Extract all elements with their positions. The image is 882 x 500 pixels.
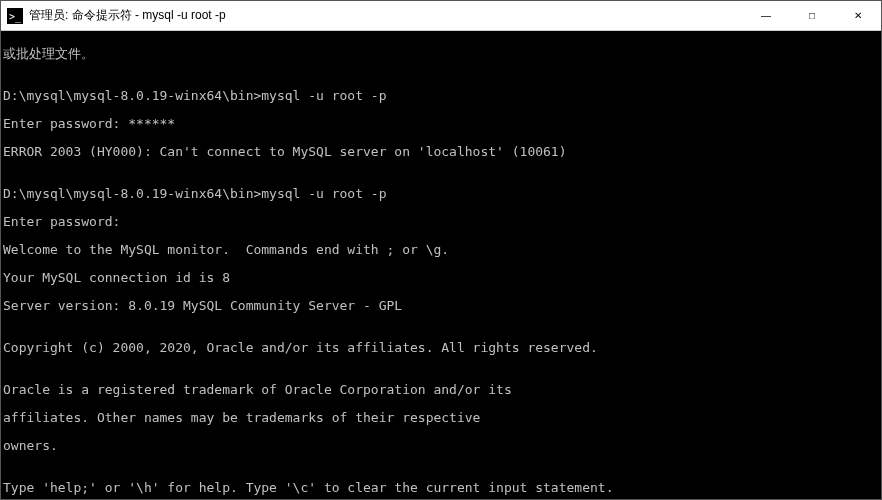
window: >_ 管理员: 命令提示符 - mysql -u root -p — □ ✕ 或… <box>0 0 882 500</box>
output-line: Your MySQL connection id is 8 <box>3 271 879 285</box>
titlebar[interactable]: >_ 管理员: 命令提示符 - mysql -u root -p — □ ✕ <box>1 1 881 31</box>
output-line: Welcome to the MySQL monitor. Commands e… <box>3 243 879 257</box>
output-line: D:\mysql\mysql-8.0.19-winx64\bin>mysql -… <box>3 89 879 103</box>
cmd-icon: >_ <box>7 8 23 24</box>
close-button[interactable]: ✕ <box>835 1 881 30</box>
output-line: ERROR 2003 (HY000): Can't connect to MyS… <box>3 145 879 159</box>
close-icon: ✕ <box>854 10 862 21</box>
output-line: Type 'help;' or '\h' for help. Type '\c'… <box>3 481 879 495</box>
output-line: 或批处理文件。 <box>3 47 879 61</box>
output-line: affiliates. Other names may be trademark… <box>3 411 879 425</box>
output-line: Enter password: ****** <box>3 117 879 131</box>
minimize-button[interactable]: — <box>743 1 789 30</box>
output-line: D:\mysql\mysql-8.0.19-winx64\bin>mysql -… <box>3 187 879 201</box>
maximize-icon: □ <box>809 10 815 21</box>
svg-text:>_: >_ <box>9 11 22 23</box>
output-line: owners. <box>3 439 879 453</box>
window-controls: — □ ✕ <box>743 1 881 30</box>
window-title: 管理员: 命令提示符 - mysql -u root -p <box>29 7 743 24</box>
output-line: Oracle is a registered trademark of Orac… <box>3 383 879 397</box>
output-line: Copyright (c) 2000, 2020, Oracle and/or … <box>3 341 879 355</box>
maximize-button[interactable]: □ <box>789 1 835 30</box>
minimize-icon: — <box>761 10 771 21</box>
output-line: Server version: 8.0.19 MySQL Community S… <box>3 299 879 313</box>
output-line: Enter password: <box>3 215 879 229</box>
terminal-output[interactable]: 或批处理文件。 D:\mysql\mysql-8.0.19-winx64\bin… <box>1 31 881 499</box>
